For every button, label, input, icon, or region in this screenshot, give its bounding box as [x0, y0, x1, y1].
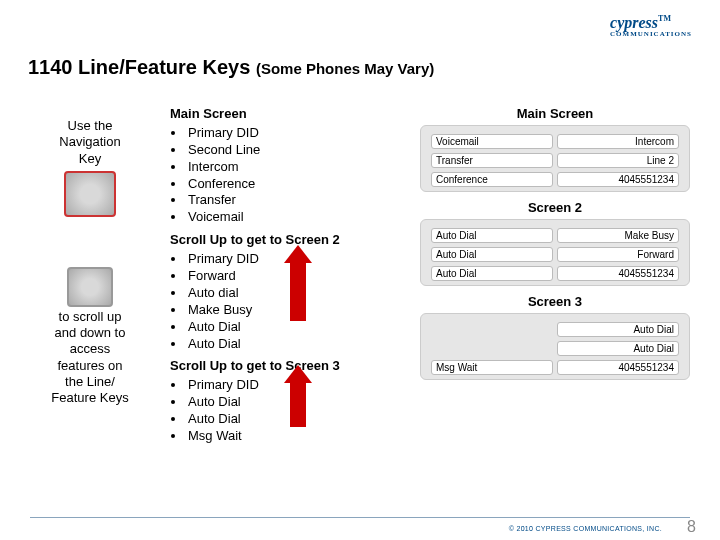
copyright: © 2010 CYPRESS COMMUNICATIONS, INC. [509, 525, 662, 532]
footer-divider [30, 517, 690, 518]
middle-column: Main Screen Primary DID Second Line Inte… [170, 100, 400, 449]
nav-desc: to scroll up and down to access features… [40, 309, 140, 407]
page-number: 8 [687, 518, 696, 536]
screen-title: Main Screen [420, 106, 690, 121]
screen-title: Screen 3 [420, 294, 690, 309]
nav-label: Use the Navigation Key [40, 118, 140, 167]
screen-box-1: VoicemailIntercom TransferLine 2 Confere… [420, 125, 690, 192]
screen-box-2: Auto DialMake Busy Auto DialForward Auto… [420, 219, 690, 286]
section-heading: Main Screen [170, 106, 400, 123]
left-sidebar: Use the Navigation Key to scroll up and … [40, 118, 140, 406]
navkey-icon-small [67, 267, 113, 307]
up-arrow-icon [290, 381, 306, 427]
brand-logo: cypressTM COMMUNICATIONS [610, 14, 692, 38]
up-arrow-icon [290, 261, 306, 321]
right-column: Main Screen VoicemailIntercom TransferLi… [420, 100, 690, 388]
screen-box-3: Auto Dial Auto Dial Msg Wait4045551234 [420, 313, 690, 380]
page-title: 1140 Line/Feature Keys (Some Phones May … [28, 56, 434, 79]
screen-title: Screen 2 [420, 200, 690, 215]
list-main: Primary DID Second Line Intercom Confere… [186, 125, 400, 226]
navkey-icon [64, 171, 116, 217]
